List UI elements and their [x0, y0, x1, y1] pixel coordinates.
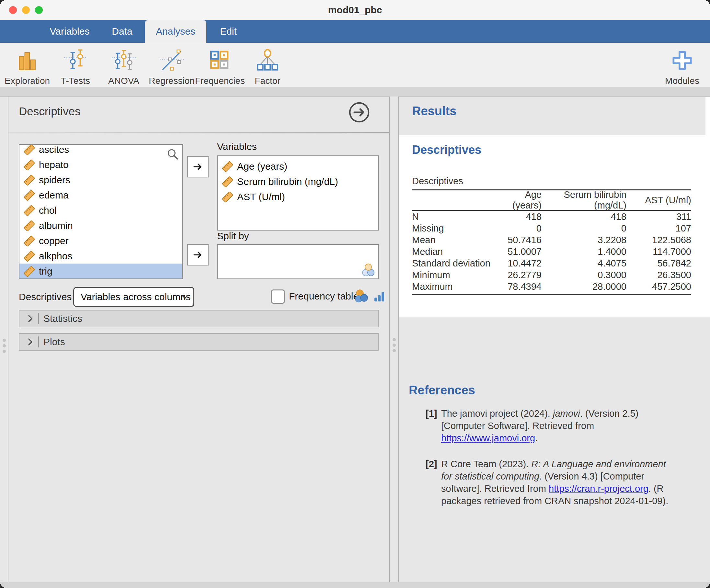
variable-item[interactable]: AST (U/ml)	[218, 189, 378, 204]
table-row: Maximum78.439428.0000457.2500	[412, 281, 691, 292]
ribbon-modules-button[interactable]: Modules	[658, 48, 706, 86]
ribbon-anova-button[interactable]: ANOVA	[99, 48, 148, 86]
variables-box-label: Variables	[217, 141, 257, 152]
available-variables-list[interactable]: ascites hepato spiders edema chol albumi…	[19, 144, 183, 279]
panel-splitter[interactable]	[389, 97, 399, 582]
variable-item[interactable]: albumin	[19, 218, 182, 233]
variable-item-label: Age (years)	[237, 161, 287, 172]
variable-item[interactable]: spiders	[19, 172, 182, 188]
collapse-options-arrow-button[interactable]	[349, 102, 370, 123]
split-by-label: Split by	[217, 230, 249, 242]
table-cell: 1.4000	[542, 246, 626, 258]
variable-item[interactable]: ascites	[19, 144, 182, 157]
frequency-grid-icon	[207, 48, 232, 73]
regression-line-icon	[159, 48, 184, 73]
variable-item[interactable]: alkphos	[19, 248, 182, 264]
tab-analyses[interactable]: Analyses	[145, 20, 206, 43]
table-row: Minimum26.27790.300026.3500	[412, 269, 691, 281]
variable-item[interactable]: Serum bilirubin (mg/dL)	[218, 174, 378, 189]
variable-item[interactable]: trig	[19, 264, 182, 279]
variable-item-label: trig	[39, 266, 52, 277]
continuous-variable-ruler-icon	[23, 174, 35, 186]
t-test-plot-icon	[63, 48, 88, 73]
table-row-label: Standard deviation	[412, 258, 499, 269]
frequency-tables-checkbox[interactable]	[271, 290, 285, 304]
anova-plot-icon	[111, 48, 136, 73]
variable-item-label: copper	[39, 236, 69, 246]
reference-link[interactable]: https://www.jamovi.org	[441, 433, 535, 443]
variable-item-label: ascites	[39, 144, 69, 155]
results-table-body: N418418311Missing00107Mean50.74163.22081…	[412, 211, 691, 292]
descriptives-dropdown-label: Descriptives	[19, 288, 72, 306]
continuous-variable-ruler-icon	[23, 235, 35, 247]
assign-split-variable-button[interactable]	[187, 244, 209, 266]
results-analysis-heading: Descriptives	[412, 143, 481, 157]
plots-section-toggle[interactable]: Plots	[19, 333, 379, 351]
table-cell: 0.3000	[542, 269, 626, 281]
bar-chart-icon	[15, 48, 40, 73]
variable-item[interactable]: copper	[19, 233, 182, 248]
descriptives-layout-dropdown[interactable]: Variables across columns	[73, 287, 194, 307]
assign-variable-button[interactable]	[187, 156, 209, 177]
table-row-label: N	[412, 211, 499, 222]
search-icon[interactable]	[166, 148, 179, 160]
tab-variables[interactable]: Variables	[45, 20, 94, 43]
section-divider	[38, 337, 39, 347]
statistics-section-toggle[interactable]: Statistics	[19, 310, 379, 327]
table-row: Median51.00071.4000114.7000	[412, 246, 691, 258]
table-cell: 26.3500	[626, 269, 691, 281]
continuous-variable-ruler-icon	[221, 191, 233, 203]
variable-item[interactable]: hepato	[19, 157, 182, 172]
factor-tree-icon	[255, 48, 280, 73]
groups-icon	[354, 289, 370, 304]
reference-marker: [2]	[426, 458, 437, 470]
table-rule	[412, 294, 691, 295]
variable-item-label: alkphos	[39, 251, 72, 262]
table-row-label: Minimum	[412, 269, 499, 281]
variable-item[interactable]: Age (years)	[218, 158, 378, 174]
ribbon-factor-button[interactable]: Factor	[243, 48, 292, 86]
variable-item[interactable]: chol	[19, 203, 182, 218]
ribbon-ttests-button[interactable]: T-Tests	[51, 48, 100, 86]
table-cell: 107	[626, 222, 691, 234]
continuous-variable-ruler-icon	[23, 144, 35, 155]
split-groups-icon	[361, 263, 376, 277]
table-cell: 51.0007	[499, 246, 542, 258]
table-row-label: Missing	[412, 222, 499, 234]
reference-text: R Core Team (2023).	[441, 459, 531, 469]
table-cell: 28.0000	[542, 281, 626, 292]
table-row: Standard deviation10.44724.407556.7842	[412, 258, 691, 269]
grip-dots-icon	[3, 350, 6, 353]
tab-edit[interactable]: Edit	[211, 20, 246, 43]
ribbon-regression-button[interactable]: Regression	[147, 48, 196, 86]
options-header-divider	[8, 132, 389, 133]
split-by-list[interactable]	[217, 244, 379, 279]
reference-italic-text: jamovi	[553, 408, 580, 419]
window-title: mod01_pbc	[0, 0, 710, 20]
dropdown-selected-value: Variables across columns	[81, 291, 191, 302]
frequency-tables-label: Frequency tables	[289, 290, 363, 303]
jamovi-window: mod01_pbc Variables Data Analyses Edit E…	[0, 0, 710, 588]
table-cell: 311	[626, 211, 691, 222]
statistics-section-label: Statistics	[43, 311, 82, 327]
chevron-right-icon	[27, 315, 33, 322]
descriptives-results-page[interactable]: Descriptives Descriptives Age (years)Ser…	[399, 135, 710, 317]
table-row-label: Median	[412, 246, 499, 258]
ribbon-exploration-button[interactable]: Exploration	[3, 48, 51, 86]
reference-item: [1]The jamovi project (2024). jamovi. (V…	[426, 407, 679, 444]
table-cell: 78.4394	[499, 281, 542, 292]
title-bar: mod01_pbc	[0, 0, 710, 20]
ribbon-frequencies-button[interactable]: Frequencies	[195, 48, 243, 86]
reference-link[interactable]: https://cran.r-project.org	[549, 484, 648, 494]
table-cell: 457.2500	[626, 281, 691, 292]
variable-item[interactable]: edema	[19, 188, 182, 203]
table-row: Missing00107	[412, 222, 691, 234]
tab-data[interactable]: Data	[101, 20, 143, 43]
assigned-variables-list[interactable]: Age (years) Serum bilirubin (mg/dL) AST …	[217, 155, 379, 230]
reference-marker: [1]	[426, 407, 437, 420]
left-resize-strip[interactable]	[0, 97, 8, 582]
table-cell: 0	[499, 222, 542, 234]
grip-dots-icon	[3, 339, 6, 342]
table-cell: 26.2779	[499, 269, 542, 281]
table-cell: 10.4472	[499, 258, 542, 269]
